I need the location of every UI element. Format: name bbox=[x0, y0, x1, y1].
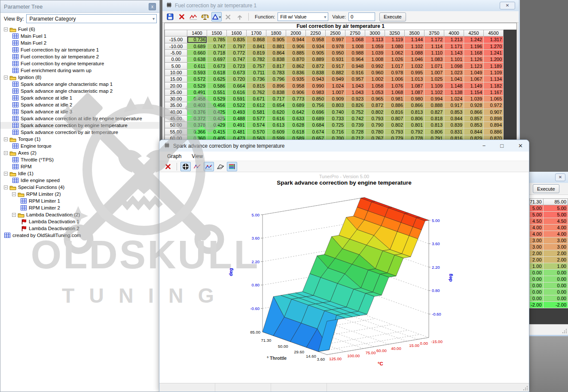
map-cell[interactable]: 1.083 bbox=[424, 56, 444, 63]
column-header[interactable]: 3500 bbox=[405, 30, 424, 36]
map-cell[interactable]: 1.065 bbox=[484, 95, 504, 102]
map-cell[interactable]: 1.200 bbox=[484, 56, 504, 63]
map-cell[interactable]: 4.00 bbox=[530, 225, 544, 231]
map-cell[interactable]: 0.684 bbox=[306, 122, 326, 128]
map-cell[interactable]: 0.802 bbox=[385, 122, 405, 128]
map-cell[interactable]: 1.059 bbox=[365, 43, 385, 49]
map-cell[interactable]: 0.618 bbox=[207, 69, 227, 76]
map-cell[interactable]: 1.101 bbox=[444, 56, 464, 63]
map-cell[interactable]: 0.00 bbox=[530, 295, 544, 302]
map-cell[interactable]: 0.736 bbox=[187, 36, 207, 43]
column-header[interactable]: 1800 bbox=[266, 30, 286, 36]
row-header[interactable]: -5.00 bbox=[165, 49, 187, 56]
map-cell[interactable]: 0.491 bbox=[187, 89, 207, 95]
map-cell[interactable]: 0.551 bbox=[207, 89, 227, 95]
map-cell[interactable]: 1.024 bbox=[444, 95, 464, 102]
map-cell[interactable]: 0.529 bbox=[207, 95, 227, 102]
map-cell[interactable]: 5.00 bbox=[530, 205, 544, 212]
map-cell[interactable]: 0.616 bbox=[266, 115, 286, 122]
map-cell[interactable]: 0.870 bbox=[286, 56, 306, 63]
map-cell[interactable]: 1.062 bbox=[385, 49, 405, 56]
map-cell[interactable]: 1.002 bbox=[365, 76, 385, 82]
map-cell[interactable]: 1.007 bbox=[326, 89, 345, 95]
map-cell[interactable]: 1.242 bbox=[464, 36, 484, 43]
map-cell[interactable]: 0.586 bbox=[207, 82, 227, 89]
map-cell[interactable]: 0.838 bbox=[306, 69, 326, 76]
map-cell[interactable]: 0.896 bbox=[266, 82, 286, 89]
map-cell[interactable]: 0.00 bbox=[530, 270, 544, 276]
row-header[interactable]: 0.00 bbox=[165, 56, 187, 63]
map-cell[interactable]: 0.983 bbox=[306, 89, 326, 95]
row-header[interactable]: 25.00 bbox=[165, 89, 187, 95]
tree-item[interactable]: Fuel enrichment during warm up bbox=[0, 67, 159, 74]
map-cell[interactable]: 0.739 bbox=[345, 122, 365, 128]
map-cell[interactable]: 0.747 bbox=[207, 43, 227, 49]
menu-view[interactable]: View bbox=[186, 152, 208, 160]
map-cell[interactable]: 0.790 bbox=[365, 122, 385, 128]
tree-item[interactable]: Spark advance correction by engine tempe… bbox=[0, 122, 159, 129]
map-cell[interactable]: 0.660 bbox=[187, 49, 207, 56]
map-cell[interactable]: 0.816 bbox=[385, 109, 405, 115]
map-cell[interactable]: 0.943 bbox=[306, 76, 326, 82]
map-cell[interactable]: 0.885 bbox=[286, 49, 306, 56]
map-cell[interactable]: 0.894 bbox=[484, 122, 504, 128]
map-cell[interactable]: 0.572 bbox=[187, 76, 207, 82]
map-cell[interactable]: 1.046 bbox=[405, 56, 424, 63]
map-cell[interactable]: 1.008 bbox=[365, 56, 385, 63]
map-cell[interactable]: 4.50 bbox=[543, 218, 568, 225]
map-cell[interactable]: 0.906 bbox=[286, 43, 306, 49]
map-cell[interactable]: 0.664 bbox=[227, 82, 247, 89]
map-cell[interactable]: 0.813 bbox=[405, 109, 424, 115]
map-cell[interactable]: 2.00 bbox=[543, 250, 568, 257]
map-cell[interactable]: 0.718 bbox=[207, 49, 227, 56]
tree-item[interactable]: Main Fuel 2 bbox=[0, 40, 159, 46]
tree-item[interactable]: Throttle (°TPS) bbox=[0, 156, 159, 163]
map-cell[interactable]: 0.916 bbox=[345, 69, 365, 76]
close-icon[interactable]: x bbox=[149, 3, 156, 10]
resize-grip[interactable] bbox=[523, 386, 528, 391]
map-cell[interactable]: 0.838 bbox=[266, 56, 286, 63]
expand-toggle-icon[interactable]: − bbox=[4, 185, 8, 189]
map-cell[interactable]: 0.673 bbox=[227, 69, 247, 76]
map-cell[interactable]: 0.862 bbox=[286, 63, 306, 69]
map-cell[interactable]: 5.00 bbox=[543, 212, 568, 218]
tree-item[interactable]: −Torque (1) bbox=[0, 136, 159, 143]
map-cell[interactable]: 0.403 bbox=[187, 102, 207, 109]
map-cell[interactable]: 1.049 bbox=[464, 69, 484, 76]
map-cell[interactable]: 0.864 bbox=[266, 49, 286, 56]
map-cell[interactable]: 0.907 bbox=[484, 109, 504, 115]
expand-toggle-icon[interactable]: − bbox=[12, 213, 16, 217]
pan-icon[interactable] bbox=[180, 162, 191, 171]
column-header[interactable]: 4250 bbox=[464, 30, 484, 36]
tree-item[interactable]: −Axes (2) bbox=[0, 149, 159, 156]
tree-item[interactable]: Fuel correction by air temperature 2 bbox=[0, 53, 159, 60]
map-cell[interactable]: 1.032 bbox=[405, 63, 424, 69]
tree-item[interactable]: Fuel correction by engine temperature bbox=[0, 60, 159, 67]
row-header[interactable]: 55.00 bbox=[165, 128, 187, 135]
map-cell[interactable]: 0.850 bbox=[306, 95, 326, 102]
map-cell[interactable]: 1.00 bbox=[543, 263, 568, 270]
tree-item[interactable]: Lambda Deactivation 1 bbox=[0, 218, 159, 225]
column-header[interactable]: 4000 bbox=[444, 30, 464, 36]
map-cell[interactable]: 0.425 bbox=[207, 115, 227, 122]
tree-item[interactable]: −Fuel (6) bbox=[0, 26, 159, 33]
map-cell[interactable]: 0.00 bbox=[530, 276, 544, 283]
minimize-icon[interactable]: − bbox=[482, 143, 486, 149]
map-cell[interactable]: 0.491 bbox=[227, 122, 247, 128]
map-cell[interactable]: 0.773 bbox=[286, 95, 306, 102]
map-cell[interactable]: 1.039 bbox=[464, 95, 484, 102]
map-cell[interactable]: 0.796 bbox=[266, 76, 286, 82]
map-cell[interactable]: 0.628 bbox=[286, 122, 306, 128]
map-cell[interactable]: 0.740 bbox=[326, 109, 345, 115]
map-cell[interactable]: 1.067 bbox=[464, 76, 484, 82]
row-header[interactable]: 15.00 bbox=[165, 76, 187, 82]
map-cell[interactable]: 1.148 bbox=[444, 82, 464, 89]
tree-item[interactable]: Spark advance angle characteristic map 2 bbox=[0, 88, 159, 94]
compare-scales-icon[interactable] bbox=[200, 12, 210, 21]
map-cell[interactable]: 0.957 bbox=[345, 76, 365, 82]
map-cell[interactable]: 0.958 bbox=[286, 82, 306, 89]
tree-item[interactable]: Spark advance correction by air temperat… bbox=[0, 129, 159, 136]
tree-item[interactable]: RPM bbox=[0, 163, 159, 170]
map-cell[interactable]: 0.898 bbox=[484, 115, 504, 122]
map-cell[interactable]: 1.068 bbox=[345, 36, 365, 43]
